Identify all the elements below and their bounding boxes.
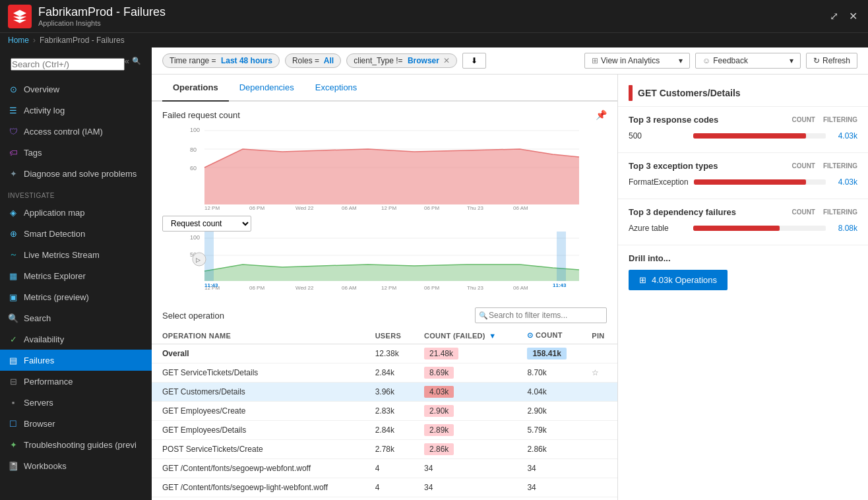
chart-select-row: Request count Response time Server excep… [162, 216, 607, 232]
sidebar-label-app-map: Application map [24, 208, 85, 218]
sidebar-item-diagnose[interactable]: ✦ Diagnose and solve problems [0, 163, 152, 184]
row-pin-robots [584, 497, 617, 501]
svg-text:06 PM: 06 PM [249, 285, 264, 291]
th-count-failed[interactable]: COUNT (FAILED) ▼ [416, 327, 519, 344]
sidebar-label-servers: Servers [24, 398, 53, 408]
svg-marker-6 [204, 149, 579, 204]
th-count[interactable]: ⊙ COUNT [519, 327, 584, 344]
sidebar-item-troubleshooting[interactable]: ✦ Troubleshooting guides (previ [0, 434, 152, 455]
funnel-button[interactable]: ⬇ [462, 53, 486, 69]
table-row-font-light-woff[interactable]: GET /Content/fonts/segoewp-light-webfont… [152, 478, 617, 497]
search-icon: 🔍 [8, 313, 18, 323]
table-row-employees-details[interactable]: GET Employees/Details 2.84k 2.89k 5.79k [152, 421, 617, 440]
row-name-font-woff: GET /Content/fonts/segoewp-webfont.woff [154, 459, 367, 478]
dependency-azure-row: Azure table 8.08k [629, 224, 857, 233]
sidebar-item-smart-detection[interactable]: ⊕ Smart Detection [0, 223, 152, 244]
dependency-failures-col-filtering: FILTERING [823, 208, 857, 216]
table-row-customers-details[interactable]: GET Customers/Details 3.96k 4.03k 4.04k [152, 383, 617, 402]
filter-client-type[interactable]: client_Type != Browser ✕ [346, 53, 457, 68]
th-users[interactable]: USERS [367, 327, 416, 344]
table-row-font-woff[interactable]: GET /Content/fonts/segoewp-webfont.woff … [152, 459, 617, 478]
sidebar-item-metrics-preview[interactable]: ▣ Metrics (preview) [0, 286, 152, 307]
right-panel-title-text: GET Customers/Details [638, 88, 741, 98]
sidebar-item-browser[interactable]: ☐ Browser [0, 413, 152, 434]
metrics-preview-icon: ▣ [8, 292, 18, 302]
drill-operations-button[interactable]: ⊞ 4.03k Operations [629, 270, 728, 290]
breadcrumb-home[interactable]: Home [8, 36, 29, 45]
top-bar: FabrikamProd - Failures Application Insi… [0, 0, 868, 32]
maximize-icon[interactable]: ⤢ [827, 7, 841, 25]
sidebar-item-access-control[interactable]: 🛡 Access control (IAM) [0, 121, 152, 142]
sidebar-item-performance[interactable]: ⊟ Performance [0, 371, 152, 392]
table-scroll: OPERATION NAME USERS COUNT (FAILED) ▼ ⊙ … [152, 327, 617, 500]
dependency-failures-cols: COUNT FILTERING [791, 208, 857, 216]
row-failed-customers: 4.03k [416, 383, 519, 402]
svg-rect-29 [557, 232, 566, 281]
chart-metric-select[interactable]: Request count Response time Server excep… [162, 216, 251, 232]
feedback-chevron-icon: ▾ [790, 56, 793, 65]
row-name-employees-details: GET Employees/Details [154, 421, 367, 440]
performance-icon: ⊟ [8, 376, 18, 387]
table-row-robots[interactable]: GET robots.txt/Index - 15 15 [152, 497, 617, 501]
feedback-dropdown[interactable]: ☺ Feedback ▾ [695, 53, 801, 69]
refresh-button[interactable]: ↻ Refresh [806, 53, 857, 69]
search-input[interactable] [11, 58, 125, 71]
sidebar-item-activity-log[interactable]: ☰ Activity log [0, 100, 152, 121]
sidebar-item-failures[interactable]: ▤ Failures [0, 350, 152, 371]
sidebar-item-servers[interactable]: ▪ Servers [0, 392, 152, 413]
tabs: Operations Dependencies Exceptions [152, 75, 617, 102]
filter-client-type-close[interactable]: ✕ [443, 56, 450, 65]
tab-operations-label: Operations [173, 82, 218, 92]
svg-text:100: 100 [190, 234, 200, 241]
tab-operations[interactable]: Operations [162, 75, 229, 102]
servers-icon: ▪ [8, 397, 18, 408]
sidebar-item-overview[interactable]: ⊙ Overview [0, 78, 152, 100]
filter-time-range[interactable]: Time range = Last 48 hours [162, 53, 280, 68]
sidebar-item-metrics-explorer[interactable]: ▦ Metrics Explorer [0, 265, 152, 286]
tab-dependencies[interactable]: Dependencies [229, 75, 305, 102]
sidebar-item-app-map[interactable]: ◈ Application map [0, 202, 152, 223]
row-pin-servicetickets[interactable]: ☆ [584, 363, 617, 383]
chart-pin-icon[interactable]: 📌 [596, 109, 607, 120]
tab-exceptions-label: Exceptions [315, 82, 357, 92]
row-failed-font-woff: 34 [416, 459, 519, 478]
sidebar-item-tags[interactable]: 🏷 Tags [0, 142, 152, 163]
th-operation-name[interactable]: OPERATION NAME [154, 327, 367, 344]
row-pin-employees-details [584, 421, 617, 440]
table-search-input[interactable] [475, 307, 607, 323]
analytics-dropdown[interactable]: ⊞ View in Analytics ▾ [584, 53, 690, 69]
sidebar-item-search[interactable]: 🔍 Search [0, 307, 152, 328]
drill-grid-icon: ⊞ [639, 275, 646, 285]
sidebar-label-availability: Availability [24, 334, 64, 344]
table-row-employees-create[interactable]: GET Employees/Create 2.83k 2.90k 2.90k [152, 402, 617, 421]
sidebar-label-search: Search [24, 313, 51, 323]
table-header: OPERATION NAME USERS COUNT (FAILED) ▼ ⊙ … [152, 327, 617, 344]
sidebar-item-workbooks[interactable]: 📓 Workbooks [0, 455, 152, 476]
table-row-post-servicetickets[interactable]: POST ServiceTickets/Create 2.78k 2.86k 2… [152, 440, 617, 459]
right-panel: GET Customers/Details Top 3 response cod… [617, 75, 868, 500]
th-pin: PIN [584, 327, 617, 344]
close-icon[interactable]: ✕ [846, 7, 860, 25]
sidebar-item-availability[interactable]: ✓ Availability [0, 328, 152, 350]
response-code-500-value: 4.03k [831, 131, 857, 141]
dependency-azure-value: 8.08k [831, 224, 857, 233]
row-users-customers: 3.96k [367, 383, 416, 402]
workbooks-icon: 📓 [8, 460, 18, 471]
row-name-servicetickets: GET ServiceTickets/Details [154, 363, 367, 383]
svg-text:06 AM: 06 AM [342, 205, 357, 211]
tab-exceptions[interactable]: Exceptions [305, 75, 368, 102]
table-row-overall[interactable]: Overall 12.38k 21.48k 158.41k [152, 344, 617, 363]
pin-servicetickets-icon[interactable]: ☆ [592, 368, 599, 377]
row-name-customers: GET Customers/Details [154, 383, 367, 402]
row-count-employees-create: 2.90k [519, 402, 584, 421]
chart-section: Failed request count 📌 100 80 60 [152, 102, 617, 301]
breadcrumb: Home › FabrikamProd - Failures [0, 32, 868, 47]
drill-title: Drill into... [629, 253, 857, 263]
availability-icon: ✓ [8, 334, 18, 344]
row-failed-post-servicetickets: 2.86k [416, 440, 519, 459]
filter-roles[interactable]: Roles = All [285, 53, 341, 68]
sidebar-collapse-icon[interactable]: « [125, 56, 129, 66]
exception-format-bar-container [694, 179, 826, 185]
sidebar-item-live-metrics[interactable]: ～ Live Metrics Stream [0, 244, 152, 265]
table-row-servicetickets[interactable]: GET ServiceTickets/Details 2.84k 8.69k 8… [152, 363, 617, 383]
